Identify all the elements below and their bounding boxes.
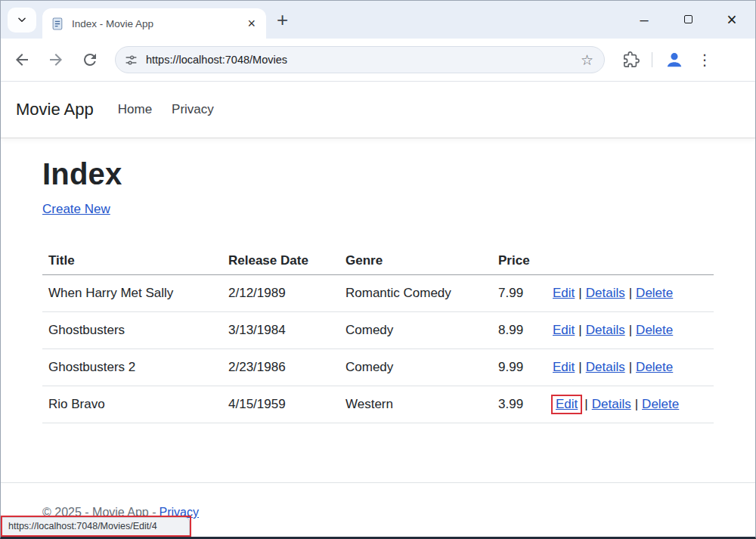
edit-link[interactable]: Edit <box>553 360 575 374</box>
extensions-icon[interactable] <box>623 51 640 68</box>
delete-link[interactable]: Delete <box>636 286 673 300</box>
browser-toolbar: https://localhost:7048/Movies ☆ ⋮ <box>1 39 755 82</box>
column-header-title: Title <box>42 247 222 275</box>
table-row: Ghostbusters 2 2/23/1986 Comedy 9.99 Edi… <box>42 349 714 386</box>
delete-link[interactable]: Delete <box>636 360 673 374</box>
tab-close-icon[interactable]: × <box>243 15 260 32</box>
reload-button[interactable] <box>81 51 99 69</box>
cell-title: Rio Bravo <box>42 386 222 423</box>
details-link[interactable]: Details <box>586 360 625 374</box>
column-header-release-date: Release Date <box>222 247 339 275</box>
cell-release-date: 3/13/1984 <box>222 312 339 349</box>
cell-release-date: 2/23/1986 <box>222 349 339 386</box>
maximize-button[interactable] <box>666 13 710 26</box>
profile-avatar-icon[interactable] <box>665 50 684 70</box>
delete-link[interactable]: Delete <box>636 323 673 337</box>
status-bar: https://localhost:7048/Movies/Edit/4 <box>2 517 190 535</box>
details-link[interactable]: Details <box>586 323 625 337</box>
nav-link-privacy[interactable]: Privacy <box>172 102 214 117</box>
action-separator: | <box>578 360 581 374</box>
action-separator: | <box>629 286 632 300</box>
cell-genre: Comedy <box>339 312 492 349</box>
tab-title: Index - Movie App <box>72 18 243 29</box>
cell-price: 8.99 <box>492 312 547 349</box>
back-button[interactable] <box>13 51 31 69</box>
cell-genre: Western <box>339 386 492 423</box>
cell-actions: Edit|Details|Delete <box>547 386 714 423</box>
details-link[interactable]: Details <box>586 286 625 300</box>
new-tab-button[interactable]: + <box>277 10 288 29</box>
action-separator: | <box>629 360 632 374</box>
edit-link-highlight: Edit <box>551 395 582 414</box>
action-separator: | <box>578 286 581 300</box>
edit-link[interactable]: Edit <box>553 286 575 300</box>
status-url-highlight: https://localhost:7048/Movies/Edit/4 <box>1 516 191 537</box>
cell-price: 7.99 <box>492 275 547 312</box>
cell-title: Ghostbusters <box>42 312 222 349</box>
movies-table: Title Release Date Genre Price When Harr… <box>42 247 714 423</box>
url-text: https://localhost:7048/Movies <box>146 54 579 66</box>
cell-actions: Edit|Details|Delete <box>547 275 714 312</box>
site-info-icon[interactable] <box>125 54 138 67</box>
cell-release-date: 2/12/1989 <box>222 275 339 312</box>
cell-title: Ghostbusters 2 <box>42 349 222 386</box>
navbar-brand[interactable]: Movie App <box>16 100 94 119</box>
table-row: Rio Bravo 4/15/1959 Western 3.99 Edit|De… <box>42 386 714 423</box>
cell-actions: Edit|Details|Delete <box>547 312 714 349</box>
action-separator: | <box>578 323 581 337</box>
address-bar[interactable]: https://localhost:7048/Movies ☆ <box>115 46 605 73</box>
column-header-price: Price <box>492 247 547 275</box>
browser-tab[interactable]: Index - Movie App × <box>42 8 266 39</box>
cell-price: 9.99 <box>492 349 547 386</box>
column-header-genre: Genre <box>339 247 492 275</box>
edit-link[interactable]: Edit <box>556 397 578 411</box>
delete-link[interactable]: Delete <box>642 397 679 411</box>
browser-window: Index - Movie App × + – × <box>0 0 756 539</box>
toolbar-separator <box>652 52 652 67</box>
table-row: Ghostbusters 3/13/1984 Comedy 8.99 Edit|… <box>42 312 714 349</box>
minimize-button[interactable]: – <box>622 11 666 29</box>
site-navbar: Movie App Home Privacy <box>1 82 755 138</box>
menu-icon[interactable]: ⋮ <box>697 51 712 69</box>
status-url-text: https://localhost:7048/Movies/Edit/4 <box>8 521 157 531</box>
chevron-down-icon <box>17 14 27 25</box>
cell-price: 3.99 <box>492 386 547 423</box>
web-page: Movie App Home Privacy Index Create New … <box>1 82 755 537</box>
cell-genre: Romantic Comedy <box>339 275 492 312</box>
nav-link-home[interactable]: Home <box>118 102 152 117</box>
forward-button[interactable] <box>47 51 65 69</box>
details-link[interactable]: Details <box>592 397 631 411</box>
cell-actions: Edit|Details|Delete <box>547 349 714 386</box>
action-separator: | <box>584 397 587 411</box>
page-favicon-icon <box>51 17 64 30</box>
cell-title: When Harry Met Sally <box>42 275 222 312</box>
table-row: When Harry Met Sally 2/12/1989 Romantic … <box>42 275 714 312</box>
edit-link[interactable]: Edit <box>553 323 575 337</box>
action-separator: | <box>635 397 638 411</box>
window-controls: – × <box>622 1 754 39</box>
tab-search-button[interactable] <box>8 8 36 33</box>
column-header-actions <box>547 247 714 275</box>
table-header-row: Title Release Date Genre Price <box>42 247 714 275</box>
maximize-icon <box>684 15 692 23</box>
main-content: Index Create New Title Release Date Genr… <box>1 138 755 482</box>
cell-genre: Comedy <box>339 349 492 386</box>
create-new-link[interactable]: Create New <box>42 202 110 216</box>
bookmark-star-icon[interactable]: ☆ <box>579 51 595 69</box>
close-window-button[interactable]: × <box>710 10 754 30</box>
page-title: Index <box>42 157 714 191</box>
cell-release-date: 4/15/1959 <box>222 386 339 423</box>
tab-strip: Index - Movie App × + – × <box>1 1 755 39</box>
action-separator: | <box>629 323 632 337</box>
